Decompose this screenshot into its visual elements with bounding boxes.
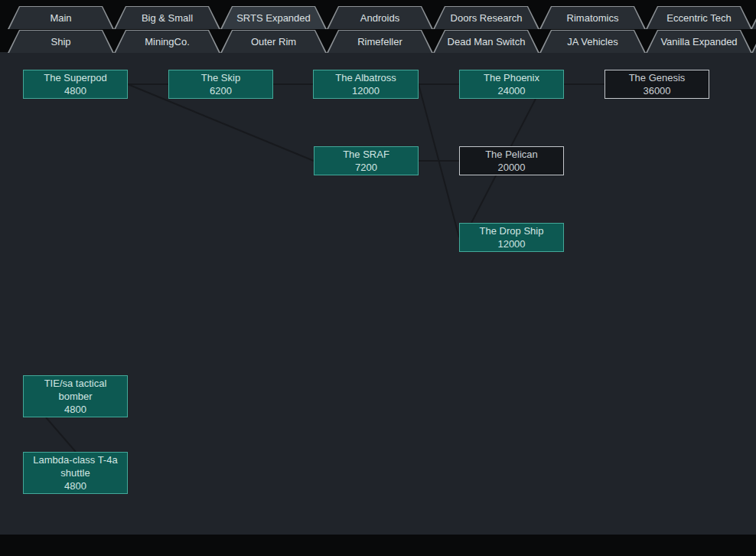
tab-label: MiningCo.: [114, 30, 220, 53]
node-layer: The Superpod4800The Skip6200The Albatros…: [0, 0, 756, 556]
research-node-cost: 4800: [61, 84, 90, 97]
tab-rimefeller[interactable]: Rimefeller: [327, 30, 433, 53]
tab-label: Vanilla Expanded: [646, 30, 752, 53]
tab-androids[interactable]: Androids: [327, 6, 433, 29]
tab-label: Androids: [327, 6, 433, 29]
research-node-the-genesis[interactable]: The Genesis36000: [604, 70, 709, 99]
tab-label: Main: [8, 6, 114, 29]
research-node-cost: 12000: [349, 84, 383, 97]
research-node-title: The Phoenix: [481, 71, 543, 84]
research-node-title: The Superpod: [41, 71, 109, 84]
research-screen: The Superpod4800The Skip6200The Albatros…: [0, 0, 756, 556]
research-node-title: The Pelican: [482, 148, 541, 161]
research-node-cost: 36000: [640, 84, 673, 97]
tab-miningco[interactable]: MiningCo.: [114, 30, 220, 53]
research-node-cost: 4800: [61, 479, 90, 492]
tab-doors-research[interactable]: Doors Research: [433, 6, 539, 29]
research-node-cost: 6200: [207, 84, 235, 97]
tab-label: Rimefeller: [327, 30, 433, 53]
research-node-cost: 4800: [61, 403, 90, 416]
research-node-cost: 12000: [494, 237, 528, 250]
research-node-title: The Skip: [198, 71, 243, 84]
research-node-title: The Albatross: [332, 71, 399, 84]
tab-partial[interactable]: [751, 30, 756, 53]
research-node-the-drop-ship[interactable]: The Drop Ship12000: [459, 223, 564, 252]
tab-label: Ship: [8, 30, 114, 53]
tab-label: Rimatomics: [539, 6, 646, 29]
research-node-cost: 7200: [352, 161, 380, 174]
research-node-the-skip[interactable]: The Skip6200: [168, 70, 273, 99]
tab-label: SRTS Expanded: [220, 6, 327, 29]
research-node-cost: 24000: [494, 84, 528, 97]
research-node-tie-sa-tactical-bomber[interactable]: TIE/sa tactical bomber4800: [23, 375, 128, 417]
tab-label: Doors Research: [433, 6, 539, 29]
tab-rimatomics[interactable]: Rimatomics: [539, 6, 646, 29]
tab-big-small[interactable]: Big & Small: [114, 6, 220, 29]
tab-label: Eccentric Tech: [646, 6, 752, 29]
research-node-the-phoenix[interactable]: The Phoenix24000: [459, 70, 564, 99]
tab-label: Dead Man Switch: [433, 30, 539, 53]
tab-outer-rim[interactable]: Outer Rim: [220, 30, 327, 53]
tab-ship[interactable]: Ship: [8, 30, 114, 53]
research-node-title: The Genesis: [626, 71, 689, 84]
research-node-title: Lambda-class T-4a shuttle: [24, 453, 127, 479]
tab-label: Outer Rim: [220, 30, 327, 53]
research-node-cost: 20000: [494, 161, 528, 174]
research-node-lambda-class-t-4a-shuttle[interactable]: Lambda-class T-4a shuttle4800: [23, 452, 128, 494]
tab-dead-man-switch[interactable]: Dead Man Switch: [433, 30, 539, 53]
research-node-the-albatross[interactable]: The Albatross12000: [313, 70, 419, 99]
tab-ja-vehicles[interactable]: JA Vehicles: [539, 30, 646, 53]
research-node-title: The Drop Ship: [477, 224, 547, 237]
tab-srts-expanded[interactable]: SRTS Expanded: [220, 6, 327, 29]
research-node-title: TIE/sa tactical bomber: [24, 377, 127, 403]
tab-main[interactable]: Main: [8, 6, 114, 29]
research-node-the-sraf[interactable]: The SRAF7200: [314, 146, 419, 175]
tab-partial[interactable]: [751, 6, 756, 29]
research-node-the-pelican[interactable]: The Pelican20000: [459, 146, 564, 175]
tab-eccentric-tech[interactable]: Eccentric Tech: [646, 6, 752, 29]
tab-label: JA Vehicles: [539, 30, 646, 53]
research-node-the-superpod[interactable]: The Superpod4800: [23, 70, 128, 99]
tab-label: [751, 6, 756, 29]
tab-label: Big & Small: [114, 6, 220, 29]
tab-vanilla-expanded[interactable]: Vanilla Expanded: [646, 30, 752, 53]
research-node-title: The SRAF: [340, 148, 393, 161]
tab-label: [751, 30, 756, 53]
